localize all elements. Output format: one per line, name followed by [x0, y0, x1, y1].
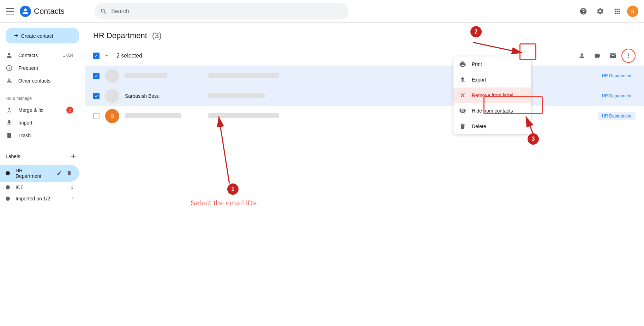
apps-button[interactable]	[610, 4, 624, 18]
email-redacted-2	[208, 93, 265, 98]
create-contact-button[interactable]: + Create contact	[6, 28, 79, 43]
checkbox-row1[interactable]	[93, 73, 100, 79]
contact-email-2	[208, 93, 592, 99]
search-input[interactable]	[111, 8, 343, 14]
contact-avatar-2	[105, 89, 119, 103]
contact-name-1	[125, 73, 203, 79]
label-actions	[55, 169, 73, 177]
print-label: Print	[472, 61, 482, 67]
label-action-button[interactable]	[590, 49, 604, 63]
contact-avatar-1	[105, 69, 119, 83]
content-header: HR Department (3)	[85, 23, 644, 46]
add-label-button[interactable]	[68, 151, 79, 162]
frequent-label: Frequent	[18, 65, 38, 71]
contact-row-3[interactable]: S HR Department	[85, 106, 644, 126]
contact-count: (3)	[152, 31, 162, 40]
settings-button[interactable]	[593, 4, 607, 18]
import-icon	[6, 119, 13, 126]
contacts-count: 1,024	[63, 53, 73, 58]
selected-count-label: 2 selected	[116, 53, 142, 59]
merge-badge: 2	[66, 107, 73, 114]
person-action-button[interactable]	[575, 49, 589, 63]
trash-label: Trash	[18, 133, 31, 138]
label-dot-ice	[6, 185, 10, 189]
app-logo: Contacts	[20, 6, 65, 17]
label-ice-name: ICE	[16, 185, 24, 190]
email-action-button[interactable]	[606, 49, 620, 63]
email-redacted-1	[208, 73, 279, 78]
edit-label-button[interactable]	[55, 169, 64, 177]
label-imported-name: Imported on 1/2	[16, 196, 50, 201]
checkbox-area[interactable]	[93, 52, 111, 60]
dropdown-print[interactable]: Print	[453, 56, 531, 72]
dropdown-menu: Print Export Remove from label Hide from…	[453, 56, 531, 134]
remove-label-label: Remove from label	[472, 92, 513, 98]
contact-email-1	[208, 73, 592, 79]
topbar-left: Contacts	[6, 6, 90, 17]
divider1	[6, 90, 79, 90]
checkbox-row3[interactable]	[93, 113, 100, 119]
search-icon	[100, 8, 107, 15]
dropdown-remove-label[interactable]: Remove from label	[453, 87, 531, 103]
hide-icon	[459, 107, 466, 114]
person-icon	[6, 52, 13, 59]
divider2	[6, 145, 79, 145]
print-icon	[459, 61, 466, 68]
selection-bar: 2 selected	[85, 46, 644, 66]
checkbox-row2[interactable]	[93, 93, 100, 99]
dropdown-hide[interactable]: Hide from contacts	[453, 103, 531, 119]
contact-row-1[interactable]: HR Department	[85, 66, 644, 86]
main-layout: + Create contact Contacts 1,024 Frequent…	[0, 23, 644, 326]
delete-label-button[interactable]	[65, 169, 73, 177]
label-dot-hr	[6, 171, 10, 175]
fix-manage-title: Fix & manage	[0, 93, 85, 104]
person-outline-icon	[6, 77, 13, 84]
hide-label: Hide from contacts	[472, 108, 513, 114]
export-icon	[459, 76, 466, 83]
hamburger-menu[interactable]	[6, 7, 14, 16]
contact-tag-1: HR Department	[598, 72, 636, 80]
logo-icon	[20, 6, 31, 17]
sidebar-item-frequent[interactable]: Frequent	[0, 62, 79, 74]
name-redacted-1	[125, 73, 167, 78]
import-label: Import	[18, 120, 32, 126]
sidebar: + Create contact Contacts 1,024 Frequent…	[0, 23, 85, 326]
help-button[interactable]	[576, 4, 590, 18]
sidebar-item-trash[interactable]: Trash	[0, 129, 79, 142]
contact-tag-2: HR Department	[598, 92, 636, 100]
dropdown-export[interactable]: Export	[453, 72, 531, 87]
merge-label: Merge & fix	[18, 107, 43, 113]
email-redacted-3	[208, 113, 279, 118]
select-chevron[interactable]	[102, 52, 111, 60]
delete-label: Delete	[472, 123, 486, 129]
trash-icon	[6, 132, 13, 139]
label-hr-name: HR Department	[16, 168, 49, 179]
imported-count: 7	[71, 196, 73, 201]
delete-icon	[459, 123, 466, 130]
label-item-hr[interactable]: HR Department	[0, 165, 79, 182]
app-title: Contacts	[34, 7, 65, 16]
contact-tag-3: HR Department	[598, 112, 636, 120]
content-area: HR Department (3) 2 selected	[85, 23, 644, 326]
select-all-checkbox[interactable]	[93, 53, 100, 59]
x-icon	[459, 92, 466, 99]
clock-icon	[6, 65, 13, 72]
contact-email-3	[208, 113, 592, 119]
export-label: Export	[472, 77, 486, 83]
topbar: Contacts S	[0, 0, 644, 23]
other-contacts-label: Other contacts	[18, 78, 50, 84]
sidebar-item-contacts[interactable]: Contacts 1,024	[0, 49, 79, 62]
name-redacted-3	[125, 113, 181, 118]
sidebar-item-other[interactable]: Other contacts	[0, 74, 79, 87]
ice-count: 3	[71, 185, 73, 190]
label-item-ice[interactable]: ICE 3	[0, 182, 79, 193]
label-item-imported[interactable]: Imported on 1/2 7	[0, 193, 79, 204]
avatar[interactable]: S	[627, 6, 638, 17]
apps-icon	[613, 7, 621, 15]
dropdown-delete[interactable]: Delete	[453, 119, 531, 134]
sidebar-item-import[interactable]: Import	[0, 116, 79, 129]
search-bar[interactable]	[95, 3, 349, 19]
contact-row-2[interactable]: Sarbasish Basu HR Department	[85, 86, 644, 106]
sidebar-item-merge[interactable]: Merge & fix 2	[0, 104, 79, 116]
more-actions-button[interactable]	[621, 49, 636, 63]
